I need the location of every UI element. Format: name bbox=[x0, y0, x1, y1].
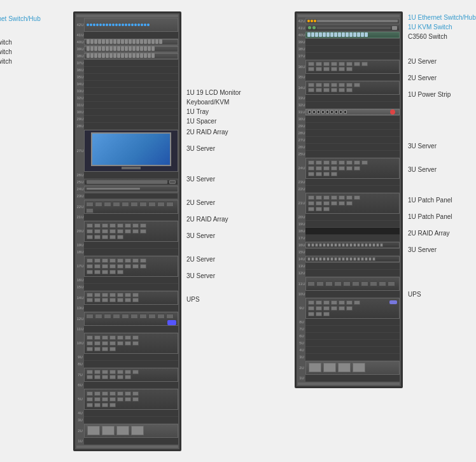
rack1-row-19: 19U bbox=[76, 242, 178, 249]
rack1-row-39: 39U bbox=[76, 46, 178, 53]
rack2-row-20: 20U bbox=[298, 214, 400, 221]
rack1-row-15: 15U bbox=[76, 284, 178, 291]
rack1-label-tray: 1U Tray bbox=[186, 107, 282, 116]
rack1-row-10: 10U bbox=[76, 333, 178, 354]
rack2-row-42: 42U bbox=[298, 18, 400, 25]
label-c2960-1: C2960 Switch bbox=[0, 38, 68, 47]
rack2-row-11: 11U bbox=[298, 277, 400, 291]
rack1-row-36: 36U bbox=[76, 67, 178, 74]
rack2-label-server4: 3U Server bbox=[408, 165, 476, 174]
rack2-row-35: 35U bbox=[298, 74, 400, 81]
rack1-row-30: 30U bbox=[76, 109, 178, 116]
rack2-row-31: 31U bbox=[298, 109, 400, 116]
page-container: 2U Ethernet Switch/Hub C2960 Switch C296… bbox=[0, 11, 476, 451]
label-c2960-2: C2960 Switch bbox=[0, 47, 68, 57]
rack2-label-server2: 2U Server bbox=[408, 73, 476, 83]
rack2-row-16: 16U bbox=[298, 242, 400, 249]
rack2-label-patch2: 1U Patch Panel bbox=[408, 212, 476, 221]
rack2-row-4: 4U bbox=[298, 347, 400, 354]
rack2-label-server1: 2U Server bbox=[408, 57, 476, 66]
rack2-row-15: 15U bbox=[298, 249, 400, 256]
rack1-row-40: 40U bbox=[76, 39, 178, 46]
rack2-row-33: 33U bbox=[298, 95, 400, 102]
rack2-row-25: 25U bbox=[298, 151, 400, 158]
rack1-left-labels: 2U Ethernet Switch/Hub C2960 Switch C296… bbox=[0, 11, 68, 66]
rack1-row-13: 13U bbox=[76, 305, 178, 312]
rack2-row-6: 6U bbox=[298, 333, 400, 340]
label-2u-eth: 2U Ethernet Switch/Hub bbox=[0, 14, 68, 24]
monitor-base bbox=[122, 167, 141, 169]
rack2-label-eth: 1U Ethernet Switch/Hub bbox=[408, 13, 476, 22]
rack2: 42U 41U bbox=[295, 11, 403, 388]
rack1-row-38: 38U bbox=[76, 53, 178, 60]
rack1-row-1: 1U bbox=[76, 438, 178, 445]
rack2-row-21: 21U bbox=[298, 193, 400, 214]
rack2-right-labels: 1U Ethernet Switch/Hub 1U KVM Switch C35… bbox=[408, 11, 476, 299]
rack1-row-17: 17U bbox=[76, 256, 178, 277]
rack1-row-14: 14U bbox=[76, 291, 178, 305]
rack2-row-17: 17U bbox=[298, 235, 400, 242]
monitor-screen bbox=[91, 132, 171, 166]
rack1-row-34: 34U bbox=[76, 81, 178, 88]
rack2-row-18: 18U bbox=[298, 228, 400, 235]
rack2-label-server3: 3U Server bbox=[408, 141, 476, 151]
rack2-row-41: 41U bbox=[298, 25, 400, 32]
rack1-row-29: 29U bbox=[76, 116, 178, 123]
rack1-row-42: 42U bbox=[76, 18, 178, 32]
rack1-row-18: 18U bbox=[76, 249, 178, 256]
rack1-label-server2: 3U Server bbox=[186, 174, 282, 184]
rack1-label-ups: UPS bbox=[186, 295, 282, 304]
rack1-label-raid2: 2U RAID Array bbox=[186, 214, 282, 224]
rack2-row-7: 7U bbox=[298, 326, 400, 333]
rack1-row-23: 23U bbox=[76, 193, 178, 200]
rack2-row-27: 27U bbox=[298, 137, 400, 144]
rack1-row-12: 12U bbox=[76, 312, 178, 326]
rack1-row-16: 16U bbox=[76, 277, 178, 284]
rack2-label-raid: 2U RAID Array bbox=[408, 228, 476, 238]
rack2-row-12: 12U bbox=[298, 270, 400, 277]
rack1-row-2: 2U bbox=[76, 424, 178, 438]
rack2-label-ups: UPS bbox=[408, 290, 476, 299]
rack1-row-6: 6U bbox=[76, 382, 178, 389]
rack2-row-39: 39U bbox=[298, 39, 400, 46]
rack2-row-1: 1U bbox=[298, 375, 400, 382]
rack1-label-raid1: 2U RAID Array bbox=[186, 127, 282, 137]
rack2-row-10: 10U bbox=[298, 291, 400, 298]
rack1-row-31: 31U bbox=[76, 102, 178, 109]
rack2-row-40: 40U bbox=[298, 32, 400, 39]
rack2-frame: 42U 41U bbox=[295, 11, 403, 388]
rack1-row-26: 26U bbox=[76, 172, 178, 179]
rack1-row-33: 33U bbox=[76, 88, 178, 95]
rack1-right-labels: 1U 19 LCD Monitor Keyboard/KVM 1U Tray 1… bbox=[186, 11, 282, 304]
rack1-row-3: 3U bbox=[76, 417, 178, 424]
rack2-label-powerstrip: 1U Power Strip bbox=[408, 90, 476, 99]
rack1-row-27: 27U bbox=[76, 130, 178, 172]
rack2-row-19: 19U bbox=[298, 221, 400, 228]
rack1-row-8: 8U bbox=[76, 361, 178, 368]
rack2-row-13: 13U bbox=[298, 263, 400, 270]
rack1-label-spacer: 1U Spacer bbox=[186, 116, 282, 126]
rack2-row-22: 22U bbox=[298, 186, 400, 193]
rack1: 42U bbox=[73, 11, 181, 451]
rack2-label-server5: 3U Server bbox=[408, 245, 476, 255]
rack2-row-2: 2U bbox=[298, 361, 400, 375]
rack1-wrapper: 2U Ethernet Switch/Hub C2960 Switch C296… bbox=[0, 11, 282, 451]
rack2-row-5: 5U bbox=[298, 340, 400, 347]
rack2-row-30: 30U bbox=[298, 116, 400, 123]
rack1-row-22: 22U bbox=[76, 200, 178, 214]
rack2-row-14: 14U bbox=[298, 256, 400, 263]
rack1-label-monitor: 1U 19 LCD Monitor bbox=[186, 88, 282, 97]
rack1-row-35: 35U bbox=[76, 74, 178, 81]
rack2-row-34: 34U bbox=[298, 81, 400, 95]
rack2-row-23: 23U bbox=[298, 179, 400, 186]
rack2-row-38: 38U bbox=[298, 46, 400, 53]
rack2-row-28: 28U bbox=[298, 130, 400, 137]
rack1-row-24: 24U bbox=[76, 186, 178, 193]
rack2-wrapper: 42U 41U bbox=[295, 11, 476, 388]
rack1-row-25: 25U bbox=[76, 179, 178, 186]
rack1-row-21: 21U bbox=[76, 214, 178, 221]
rack2-row-8: 8U bbox=[298, 319, 400, 326]
rack2-row-3: 3U bbox=[298, 354, 400, 361]
rack2-label-c3560: C3560 Switch bbox=[408, 32, 476, 41]
rack1-row-4: 4U bbox=[76, 410, 178, 417]
